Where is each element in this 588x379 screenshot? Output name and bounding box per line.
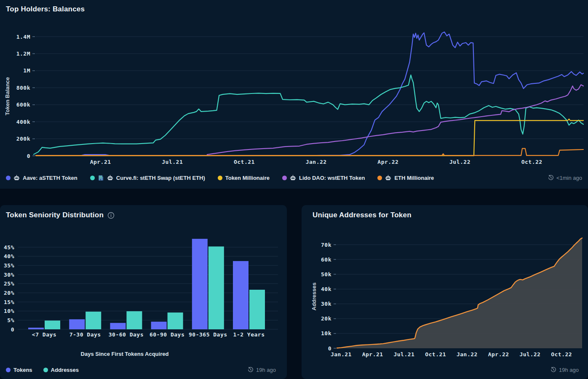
legend-dot bbox=[43, 368, 48, 372]
x-tick-label: Jul.22 bbox=[449, 159, 470, 165]
legend-item-tokens[interactable]: Tokens bbox=[6, 367, 32, 373]
legend-item-token-millionaire[interactable]: Token Millionaire bbox=[218, 175, 270, 181]
robot-icon bbox=[290, 175, 296, 181]
bar-addresses-90-365-days bbox=[208, 246, 224, 329]
info-icon[interactable] bbox=[107, 212, 115, 219]
unique-addresses-footer: 19h ago bbox=[313, 365, 579, 375]
series-aave-asteth-token bbox=[36, 32, 583, 155]
bar-tokens-60-90-days bbox=[151, 322, 167, 329]
bar-tokens-7-days bbox=[28, 328, 44, 329]
dashboard: { "colors": { "page_bg": "#030d1a", "pan… bbox=[0, 0, 588, 379]
bar-tokens-90-365-days bbox=[192, 239, 208, 329]
y-tick-label: 15% bbox=[4, 299, 14, 305]
bar-addresses-7-days bbox=[45, 320, 60, 329]
legend-dot bbox=[90, 176, 95, 180]
legend-label: Tokens bbox=[13, 367, 32, 373]
legend-label: Lido DAO: wstETH Token bbox=[299, 175, 365, 181]
x-tick-label: Oct.21 bbox=[234, 159, 255, 165]
x-tick-label: Jan.21 bbox=[331, 351, 352, 358]
robot-icon bbox=[385, 175, 391, 181]
y-tick-label: 45% bbox=[4, 244, 14, 251]
bar-addresses-7-30-days bbox=[86, 312, 101, 329]
y-tick-label: 30k bbox=[321, 301, 331, 307]
series-lido-dao-wsteth-token bbox=[207, 85, 583, 155]
x-tick-label: Jul.22 bbox=[519, 351, 540, 358]
x-category-label: 7-30 Days bbox=[69, 331, 101, 338]
legend-item-eth-millionaire[interactable]: ETH Millionaire bbox=[377, 175, 434, 181]
legend-dot bbox=[6, 176, 11, 180]
y-tick-label: 800k bbox=[16, 85, 30, 91]
series-token-millionaire bbox=[36, 119, 583, 156]
x-tick-label: Apr.21 bbox=[362, 351, 383, 358]
x-category-label: <7 Days bbox=[32, 331, 56, 338]
building-icon bbox=[98, 175, 104, 181]
y-tick-label: 60k bbox=[321, 256, 331, 263]
y-tick-label: 0 bbox=[11, 326, 14, 333]
y-tick-label: 5% bbox=[7, 317, 14, 323]
token-seniority-legend: TokensAddresses 19h ago bbox=[6, 365, 276, 375]
legend-item-aave-asteth-token[interactable]: Aave: aSTETH Token bbox=[6, 175, 78, 181]
x-tick-label: Jan.22 bbox=[306, 159, 327, 165]
y-tick-label: 1.2M bbox=[16, 51, 30, 57]
token-seniority-panel: Token Seniority Distribution 05%10%15%20… bbox=[0, 205, 287, 379]
legend-label: Curve.fi: stETH Swap (stETH ETH) bbox=[116, 175, 205, 181]
token-seniority-title: Token Seniority Distribution bbox=[6, 211, 104, 219]
y-tick-label: 35% bbox=[4, 262, 14, 269]
y-tick-label: 25% bbox=[4, 280, 14, 287]
robot-icon bbox=[13, 175, 20, 181]
y-tick-label: 1M bbox=[23, 67, 30, 74]
unique-addresses-timestamp: 19h ago bbox=[551, 367, 579, 373]
token-seniority-timestamp: 19h ago bbox=[248, 367, 276, 373]
legend-item-curve-fi-steth-swap-steth-eth[interactable]: Curve.fi: stETH Swap (stETH ETH) bbox=[90, 175, 205, 181]
legend-dot bbox=[377, 176, 382, 180]
bar-addresses-1-2-years bbox=[249, 290, 265, 329]
bar-tokens-7-30-days bbox=[69, 319, 85, 329]
top-holders-chart[interactable]: 0200k400k600k800k1M1.2M1.4MApr.21Jul.21O… bbox=[0, 0, 588, 168]
top-holders-timestamp: <1min ago bbox=[548, 175, 582, 181]
x-tick-label: Jul.21 bbox=[162, 159, 183, 165]
y-tick-label: 10k bbox=[321, 330, 331, 336]
x-tick-label: Oct.21 bbox=[425, 351, 446, 358]
legend-item-addresses[interactable]: Addresses bbox=[43, 367, 79, 373]
legend-label: ETH Millionaire bbox=[394, 175, 434, 181]
y-tick-label: 1.4M bbox=[16, 34, 30, 40]
x-tick-label: Apr.22 bbox=[377, 159, 398, 165]
unique-addresses-title: Unique Addresses for Token bbox=[313, 211, 412, 219]
x-tick-label: Oct.22 bbox=[551, 351, 572, 358]
y-tick-label: 200k bbox=[16, 136, 30, 142]
y-tick-label: 70k bbox=[321, 242, 331, 248]
x-tick-label: Apr.21 bbox=[90, 159, 111, 165]
x-tick-label: Jan.22 bbox=[457, 351, 478, 358]
legend-label: Aave: aSTETH Token bbox=[23, 175, 78, 181]
y-tick-label: 20k bbox=[321, 315, 331, 322]
legend-item-lido-dao-wsteth-token[interactable]: Lido DAO: wstETH Token bbox=[282, 175, 365, 181]
x-tick-label: Jul.21 bbox=[393, 351, 414, 358]
x-category-label: 1-2 Years bbox=[233, 331, 265, 338]
area-fill-addresses bbox=[337, 238, 582, 348]
bar-addresses-30-60-days bbox=[126, 311, 142, 329]
legend-dot bbox=[218, 176, 222, 180]
series-eth-millionaire bbox=[36, 149, 583, 156]
robot-icon bbox=[107, 175, 113, 181]
legend-label: Token Millionaire bbox=[225, 175, 270, 181]
y-tick-label: 600k bbox=[16, 101, 30, 108]
history-clock-icon bbox=[248, 367, 254, 373]
unique-addresses-chart[interactable]: 010k20k30k40k50k60k70kJan.21Apr.21Jul.21… bbox=[302, 226, 588, 361]
x-tick-label: Oct.22 bbox=[521, 159, 543, 165]
legend-dot bbox=[6, 368, 11, 372]
y-tick-label: 20% bbox=[4, 290, 14, 296]
y-axis-label: Token Balance bbox=[4, 77, 11, 115]
legend-label: Addresses bbox=[51, 367, 79, 373]
token-seniority-chart[interactable]: 05%10%15%20%25%30%35%40%45%<7 Days7-30 D… bbox=[0, 226, 287, 344]
legend-dot bbox=[282, 176, 287, 180]
y-tick-label: 10% bbox=[4, 308, 14, 314]
unique-addresses-panel: Unique Addresses for Token 010k20k30k40k… bbox=[302, 205, 588, 379]
x-category-label: 30-60 Days bbox=[109, 331, 144, 338]
x-category-label: 90-365 Days bbox=[189, 331, 227, 338]
bar-addresses-60-90-days bbox=[168, 312, 183, 329]
bar-tokens-1-2-years bbox=[233, 261, 249, 329]
bar-tokens-30-60-days bbox=[110, 323, 126, 329]
y-tick-label: 400k bbox=[16, 119, 30, 125]
y-tick-label: 50k bbox=[321, 271, 331, 278]
y-tick-label: 0 bbox=[328, 345, 331, 352]
